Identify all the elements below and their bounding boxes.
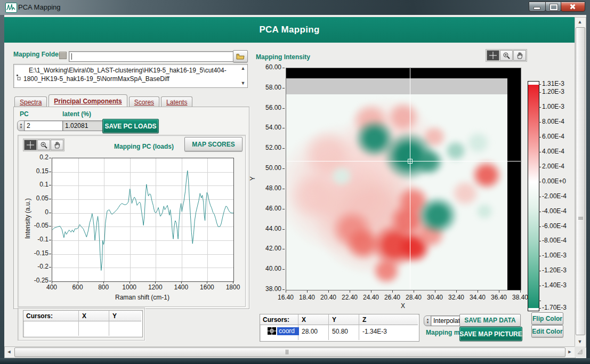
map-cursor-col-z: Z [362, 316, 366, 323]
loads-x-tick-label: 1400 [171, 284, 192, 291]
mapping-folder-input[interactable] [69, 51, 234, 62]
map-y-tick [282, 88, 285, 88]
horizontal-scrollbar[interactable]: ◄ ► [4, 346, 576, 358]
scale-tick-label: -6.00E-4 [542, 222, 567, 230]
loads-x-tick [181, 281, 182, 284]
tab-principal-components[interactable]: Principal Components [49, 94, 127, 107]
map-plot-area[interactable] [286, 68, 521, 290]
scale-tick [539, 286, 541, 286]
zoom-tool-icon[interactable] [37, 140, 50, 150]
folder-refresh-mini-button[interactable] [59, 52, 67, 59]
scale-tick-label: -4.00E-4 [542, 207, 567, 215]
vertical-scrollbar[interactable]: ▲ ▼ [575, 17, 586, 347]
loads-x-tick-label: 1200 [144, 284, 166, 291]
heatmap-blob [330, 165, 353, 188]
map-y-tick [282, 289, 285, 290]
scroll-left-icon[interactable]: ◄ [5, 347, 13, 357]
map-gray-band [286, 78, 507, 94]
scale-tick-label: -8.00E-4 [542, 237, 567, 244]
scale-tick [539, 137, 541, 137]
loads-x-tick [78, 281, 78, 284]
mapping-folder-path-box[interactable]: E:\1_Working\Elvira\0b_LAST-clustering\H… [13, 64, 248, 88]
loads-y-tick [49, 199, 51, 199]
resize-grip[interactable] [575, 346, 585, 357]
map-x-tick-label: 38.40 [508, 294, 532, 301]
heatmap-blob [475, 202, 494, 220]
map-cursor-col-y: Y [332, 316, 336, 323]
cursor-tool-icon[interactable] [487, 50, 499, 61]
pca-mapping-window: PCA Mapping PCA Mapping Mapping Folder E… [0, 0, 590, 364]
loads-x-tick [130, 281, 130, 284]
map-y-tick [282, 148, 285, 149]
map-y-tick-label: 46.00 [260, 205, 281, 212]
save-pc-loads-button[interactable]: SAVE PC LOADS [102, 119, 159, 133]
page-title: PCA Mapping [259, 25, 319, 35]
scroll-right-icon[interactable]: ► [565, 347, 574, 357]
horizontal-scroll-thumb[interactable] [14, 347, 565, 357]
map-x-tick [392, 290, 393, 293]
pan-tool-icon[interactable] [51, 140, 63, 150]
map-cursor-marker[interactable] [408, 159, 413, 164]
flip-color-button[interactable]: Flip Color [531, 312, 563, 325]
map-x-tick [520, 290, 521, 293]
loads-y-tick [49, 281, 51, 281]
scale-tick-label: 2.00E-4 [542, 163, 564, 170]
loads-plot-area[interactable] [52, 158, 234, 282]
map-x-tick [435, 290, 435, 293]
map-y-tick [282, 128, 285, 128]
folder-icon [236, 53, 245, 60]
minimize-button[interactable] [529, 2, 546, 12]
heatmap-blob [417, 196, 458, 234]
heatmap-blob [444, 140, 467, 162]
scale-tick-label: 4.00E-4 [542, 148, 564, 155]
map-x-tick-label: 36.40 [487, 294, 511, 301]
scale-tick-label: -2.00E-4 [542, 192, 567, 200]
pc-value-field[interactable]: 2 [24, 120, 63, 131]
loads-cursors-box: Cursors: X Y [23, 310, 143, 337]
maximize-button[interactable] [545, 2, 561, 12]
scale-tick [539, 271, 541, 271]
map-ylabel: Y [249, 176, 256, 181]
map-x-tick-label: 34.40 [466, 294, 489, 301]
cursor-y-value: 50.80 [332, 328, 348, 335]
map-cursors-box: Cursors: X Y Z coord 28.00 50.80 -1.34E-… [260, 314, 419, 342]
cursor-name-cell[interactable]: coord [277, 327, 299, 335]
close-button[interactable] [561, 2, 585, 12]
scroll-up-icon[interactable]: ▲ [575, 18, 585, 26]
map-cursors-header: Cursors: [263, 316, 289, 323]
path-scroll-down-icon[interactable]: ▼ [240, 80, 246, 86]
map-y-tick [282, 68, 285, 68]
cursor-x-value: 28.00 [302, 328, 318, 335]
loads-y-tick [49, 226, 51, 227]
spinner-down-icon: ▼ [426, 321, 430, 324]
path-control-icon [17, 73, 21, 79]
save-map-picture-button[interactable]: SAVE MAP PICTURE [459, 327, 522, 341]
color-scale-bar[interactable] [528, 81, 539, 311]
loads-y-tick [49, 254, 51, 254]
save-map-data-button[interactable]: SAVE MAP DATA [459, 314, 521, 327]
mapping-folder-path-line2: 1800_HK19-5_hak16-19_5\NormMaxSpA_BaseDi… [23, 75, 237, 83]
header-band: PCA Mapping [4, 17, 575, 43]
loads-y-tick-label: -0.25 [28, 277, 49, 284]
map-y-tick-label: 44.00 [260, 225, 281, 232]
pan-tool-icon[interactable] [513, 50, 526, 61]
loads-cursor-col-y: Y [112, 312, 117, 320]
map-cursor-hline[interactable] [286, 161, 521, 161]
map-y-tick [282, 168, 285, 169]
scale-tick [539, 92, 541, 93]
scroll-down-icon[interactable]: ▼ [575, 337, 585, 346]
map-scores-button[interactable]: MAP SCORES [184, 137, 243, 151]
map-cursor-vline[interactable] [410, 68, 410, 290]
path-scroll-up-icon[interactable]: ▲ [240, 66, 246, 71]
vertical-scroll-thumb[interactable] [576, 27, 585, 335]
cursor-tool-icon[interactable] [24, 140, 37, 150]
loads-y-tick-label: 0.1 [28, 181, 49, 188]
loads-spectrum-line [52, 158, 233, 281]
map-y-tick-label: 60.00 [260, 63, 281, 71]
map-y-tick-label: 40.00 [260, 265, 281, 272]
scale-tick-label: 1.31E-3 [542, 80, 564, 87]
window-titlebar[interactable]: PCA Mapping [0, 0, 590, 15]
edit-color-button[interactable]: Edit Color [531, 325, 563, 337]
browse-folder-button[interactable] [233, 50, 248, 62]
zoom-tool-icon[interactable] [500, 50, 513, 61]
